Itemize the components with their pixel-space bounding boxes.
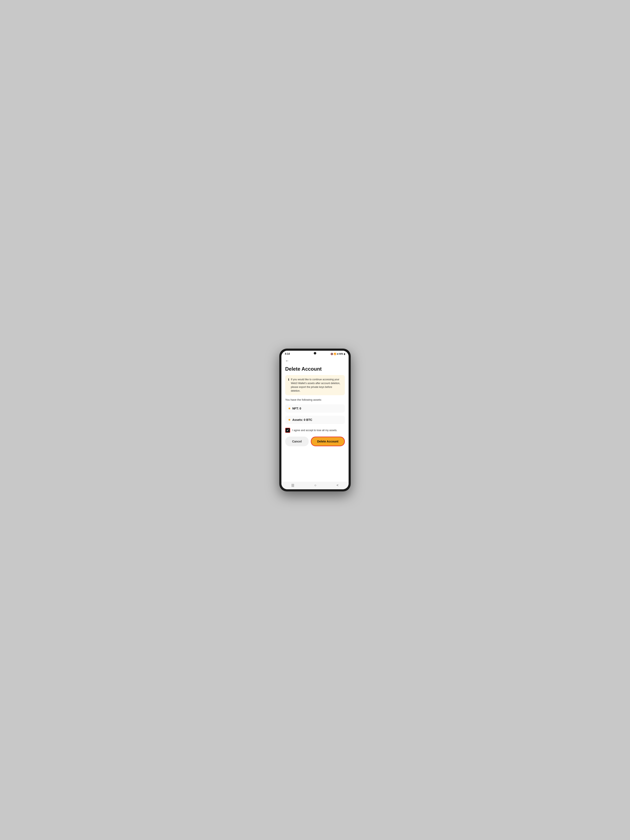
delete-account-button[interactable]: Delete Account: [311, 437, 345, 446]
nav-menu-icon[interactable]: |||: [292, 483, 294, 487]
cancel-button[interactable]: Cancel: [285, 437, 309, 446]
btc-asset-card: Assets: 0 BTC: [285, 415, 345, 424]
btc-label: Assets: 0 BTC: [292, 418, 312, 422]
checkbox-checkmark: ✓: [286, 429, 289, 432]
status-icons: 🔇 📶 ⊘ 94% ▮: [330, 353, 345, 355]
app-content: ← Delete Account ℹ If you would like to …: [281, 356, 349, 482]
battery-icon: ▮: [344, 353, 345, 355]
warning-text: If you would like to continue accessing …: [291, 377, 342, 393]
warning-box: ℹ If you would like to continue accessin…: [285, 375, 345, 395]
agree-text: I agree and accept to lose all my assets…: [292, 429, 345, 432]
nav-bar: ||| ○ <: [281, 482, 349, 489]
camera-notch: [314, 352, 316, 354]
agree-checkbox[interactable]: ✓: [285, 428, 290, 433]
assets-section-label: You have the following assets:: [285, 398, 345, 401]
agreement-row: ✓ I agree and accept to lose all my asse…: [285, 428, 345, 433]
mute-icon: 🔇: [330, 353, 333, 355]
nav-home-icon[interactable]: ○: [314, 483, 316, 487]
wifi-icon: 📶: [334, 353, 336, 355]
action-buttons: Cancel Delete Account: [285, 437, 345, 446]
warning-icon: ℹ: [288, 378, 289, 381]
dnd-icon: ⊘: [337, 353, 338, 355]
phone-device: 4:14 🔇 📶 ⊘ 94% ▮ ← Delete Account ℹ If y…: [279, 349, 351, 491]
nav-back-icon[interactable]: <: [336, 483, 338, 487]
nft-asset-card: NFT: 0: [285, 404, 345, 413]
back-button[interactable]: ←: [285, 359, 292, 363]
battery-level: 94%: [339, 353, 343, 355]
phone-screen: 4:14 🔇 📶 ⊘ 94% ▮ ← Delete Account ℹ If y…: [281, 351, 349, 489]
nft-dot: [289, 407, 290, 409]
status-time: 4:14: [285, 352, 290, 355]
nft-label: NFT: 0: [292, 407, 301, 410]
btc-dot: [289, 419, 290, 421]
page-title: Delete Account: [285, 366, 345, 372]
